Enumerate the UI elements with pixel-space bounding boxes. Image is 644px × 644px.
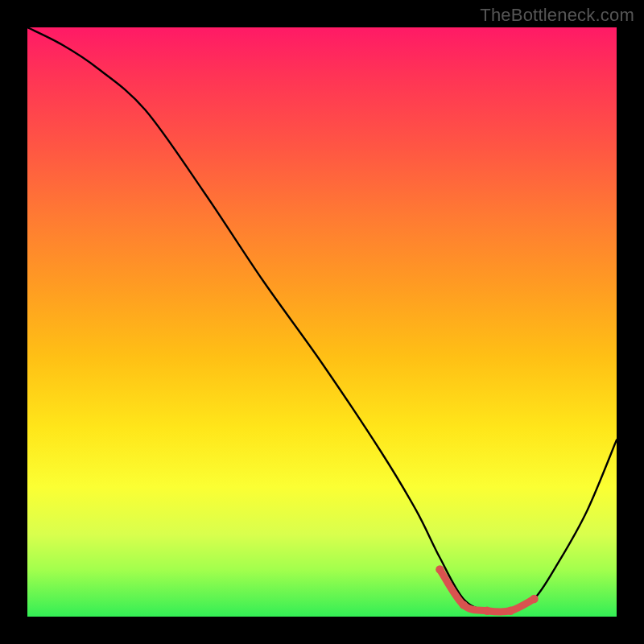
chart-plot-area [27, 27, 617, 617]
optimal-band-dot [460, 601, 468, 609]
chart-frame: TheBottleneck.com [0, 0, 644, 644]
optimal-band-dot [483, 607, 491, 615]
bottleneck-curve-line [27, 27, 617, 613]
optimal-band-line [440, 569, 534, 612]
optimal-band-dot [436, 565, 444, 573]
chart-svg [27, 27, 617, 617]
optimal-band-dot [506, 607, 514, 615]
attribution-watermark: TheBottleneck.com [480, 5, 634, 26]
optimal-band-dot [530, 595, 538, 603]
